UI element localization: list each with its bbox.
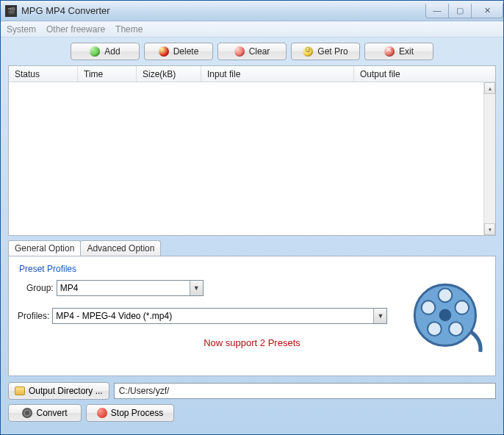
getpro-button[interactable]: Get Pro [291,43,360,60]
getpro-label: Get Pro [317,46,348,57]
tab-advanced[interactable]: Advanced Option [80,240,161,256]
convert-label: Convert [36,408,67,418]
output-dir-label: Output Directory ... [29,386,103,396]
menu-system[interactable]: System [7,24,36,35]
output-path-input[interactable] [114,383,496,399]
scroll-down-button[interactable]: ▾ [484,223,495,235]
minus-icon [159,46,169,57]
exit-icon [384,46,395,57]
delete-label: Delete [173,46,199,57]
film-reel-icon [408,278,485,355]
group-label: Group: [26,283,54,293]
folder-icon [15,387,25,395]
delete-button[interactable]: Delete [144,43,213,60]
output-bar: Output Directory ... [8,382,496,400]
group-value: MP4 [60,283,79,293]
table-body[interactable]: ▴ ▾ [9,82,495,235]
svg-point-1 [439,309,452,322]
toolbar: Add Delete Clear Get Pro Exit [1,37,503,65]
scroll-up-button[interactable]: ▴ [484,82,495,94]
stop-label: Stop Process [111,408,163,418]
svg-point-4 [449,322,463,336]
chevron-down-icon: ▼ [190,281,203,295]
exit-button[interactable]: Exit [364,43,433,60]
menubar: System Other freeware Theme [1,21,503,37]
minimize-button[interactable]: — [425,4,449,18]
options-tabs: General Option Advanced Option Preset Pr… [8,240,496,376]
smiley-icon [303,46,313,57]
clear-label: Clear [249,46,270,57]
menu-other-freeware[interactable]: Other freeware [46,24,105,35]
col-status[interactable]: Status [9,66,78,82]
svg-point-5 [428,322,442,336]
col-time[interactable]: Time [78,66,137,82]
table-header: Status Time Size(kB) Input file Output f… [9,66,495,82]
action-bar: Convert Stop Process [8,404,496,422]
group-select[interactable]: MP4 ▼ [57,280,204,296]
plus-icon [90,46,100,57]
profiles-label: Profiles: [18,311,49,321]
add-label: Add [104,46,120,57]
svg-point-6 [422,301,436,314]
profiles-select[interactable]: MP4 - MPEG-4 Video (*.mp4) ▼ [52,308,387,324]
app-icon: 🎬 [5,5,17,17]
vertical-scrollbar[interactable]: ▴ ▾ [483,82,495,235]
maximize-button[interactable]: ▢ [448,4,472,18]
clear-button[interactable]: Clear [217,43,287,60]
stop-process-button[interactable]: Stop Process [86,404,174,422]
profiles-value: MP4 - MPEG-4 Video (*.mp4) [56,311,172,321]
output-directory-button[interactable]: Output Directory ... [8,382,109,400]
file-table: Status Time Size(kB) Input file Output f… [8,65,496,236]
close-window-button[interactable]: ✕ [471,4,503,18]
svg-point-3 [455,301,469,314]
convert-button[interactable]: Convert [8,404,82,422]
clear-icon [234,46,245,57]
app-window: 🎬 MPG MP4 Converter — ▢ ✕ System Other f… [0,0,504,435]
col-size[interactable]: Size(kB) [137,66,201,82]
stop-icon [97,408,107,418]
tab-general[interactable]: General Option [8,240,81,256]
convert-icon [22,408,32,418]
preset-section-label: Preset Profiles [19,264,486,274]
col-output[interactable]: Output file [354,66,495,82]
general-panel: Preset Profiles Group: MP4 ▼ Profiles: M… [8,256,496,376]
chevron-down-icon: ▼ [373,309,386,323]
col-input[interactable]: Input file [201,66,354,82]
menu-theme[interactable]: Theme [115,24,143,35]
window-title: MPG MP4 Converter [21,5,110,16]
exit-label: Exit [399,46,414,57]
window-controls: — ▢ ✕ [426,4,503,18]
svg-point-2 [439,289,453,303]
add-button[interactable]: Add [71,43,140,60]
titlebar[interactable]: 🎬 MPG MP4 Converter — ▢ ✕ [1,1,503,21]
